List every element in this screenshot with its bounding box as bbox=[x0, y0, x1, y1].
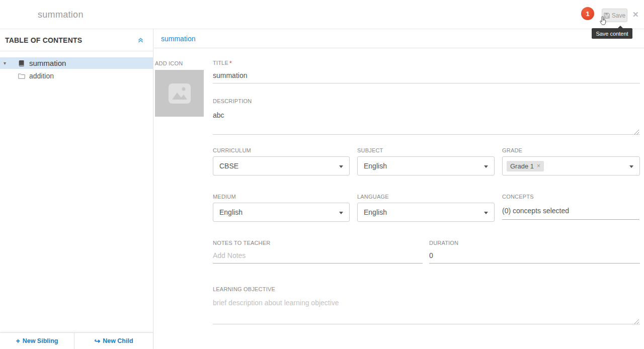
required-asterisk: * bbox=[229, 60, 232, 67]
concepts-label: CONCEPTS bbox=[502, 194, 534, 200]
toc-header: TABLE OF CONTENTS bbox=[0, 29, 153, 51]
dropdown-caret-icon bbox=[629, 165, 633, 168]
grade-tag-label: Grade 1 bbox=[510, 162, 534, 170]
subject-label: SUBJECT bbox=[357, 147, 383, 153]
new-child-button[interactable]: ↪ New Child bbox=[74, 333, 153, 349]
duration-label: DURATION bbox=[429, 240, 458, 246]
tree-item-addition[interactable]: addition bbox=[0, 70, 153, 81]
image-placeholder-icon bbox=[168, 83, 191, 104]
learning-objective-label: LEARNING OBJECTIVE bbox=[213, 286, 275, 292]
curriculum-value: CBSE bbox=[219, 162, 238, 170]
grade-label: GRADE bbox=[502, 147, 522, 153]
header: summation 1 Save ✕ Save content bbox=[0, 0, 644, 29]
add-icon-label: ADD ICON bbox=[155, 60, 183, 66]
concepts-picker[interactable]: (0) concepts selected bbox=[502, 207, 639, 220]
title-label: TITLE* bbox=[213, 60, 232, 67]
curriculum-label: CURRICULUM bbox=[213, 147, 251, 153]
tab-summation[interactable]: summation bbox=[161, 35, 195, 43]
dropdown-caret-icon bbox=[339, 212, 343, 214]
tree-expander-icon[interactable]: ▾ bbox=[4, 60, 11, 66]
description-label: DESCRIPTION bbox=[213, 98, 252, 104]
folder-icon bbox=[18, 73, 25, 79]
title-label-text: TITLE bbox=[213, 60, 228, 66]
child-arrow-icon: ↪ bbox=[94, 337, 100, 345]
close-icon[interactable]: ✕ bbox=[632, 10, 639, 19]
save-tooltip: Save content bbox=[592, 28, 632, 39]
page-title: summation bbox=[38, 10, 84, 20]
tab-bar: summation bbox=[154, 29, 644, 48]
notes-input[interactable] bbox=[213, 251, 423, 264]
language-label: LANGUAGE bbox=[357, 194, 389, 200]
notes-label: NOTES TO TEACHER bbox=[213, 240, 270, 246]
toc-title: TABLE OF CONTENTS bbox=[5, 36, 82, 44]
sidebar: TABLE OF CONTENTS ▾ summation bbox=[0, 29, 153, 349]
collapse-chevron-icon[interactable] bbox=[137, 37, 144, 43]
curriculum-select[interactable]: CBSE bbox=[213, 156, 350, 176]
description-textarea[interactable]: abc bbox=[213, 111, 640, 135]
dropdown-caret-icon bbox=[484, 212, 488, 214]
main-panel: summation ADD ICON TITLE* DESCRIPTION ab… bbox=[154, 29, 644, 349]
tag-remove-icon[interactable]: × bbox=[537, 162, 540, 169]
content-editor-window: summation 1 Save ✕ Save content TABLE OF… bbox=[0, 0, 644, 349]
language-value: English bbox=[364, 208, 387, 216]
book-icon bbox=[18, 60, 25, 67]
sidebar-actions: + New Sibling ↪ New Child bbox=[0, 332, 153, 349]
grade-multiselect[interactable]: Grade 1 × bbox=[502, 156, 640, 176]
medium-value: English bbox=[219, 208, 243, 216]
save-button-label: Save bbox=[612, 12, 625, 19]
new-sibling-label: New Sibling bbox=[23, 337, 58, 344]
subject-value: English bbox=[364, 162, 387, 170]
add-icon-dropzone[interactable] bbox=[155, 70, 204, 117]
hand-cursor-icon bbox=[600, 16, 608, 28]
new-child-label: New Child bbox=[103, 337, 133, 344]
dropdown-caret-icon bbox=[484, 165, 488, 168]
language-select[interactable]: English bbox=[357, 203, 495, 222]
duration-input[interactable] bbox=[429, 251, 640, 264]
grade-tag: Grade 1 × bbox=[507, 161, 544, 171]
annotation-badge: 1 bbox=[581, 7, 594, 20]
new-sibling-button[interactable]: + New Sibling bbox=[0, 333, 74, 349]
tree-item-label: summation bbox=[29, 59, 66, 67]
title-input[interactable] bbox=[213, 71, 640, 83]
plus-icon: + bbox=[16, 337, 20, 345]
tree-item-label: addition bbox=[29, 72, 54, 80]
medium-label: MEDIUM bbox=[213, 194, 236, 200]
learning-objective-textarea[interactable] bbox=[213, 299, 640, 324]
tree-item-summation[interactable]: ▾ summation bbox=[0, 57, 153, 69]
medium-select[interactable]: English bbox=[213, 203, 350, 222]
dropdown-caret-icon bbox=[339, 165, 343, 168]
subject-select[interactable]: English bbox=[357, 156, 495, 176]
